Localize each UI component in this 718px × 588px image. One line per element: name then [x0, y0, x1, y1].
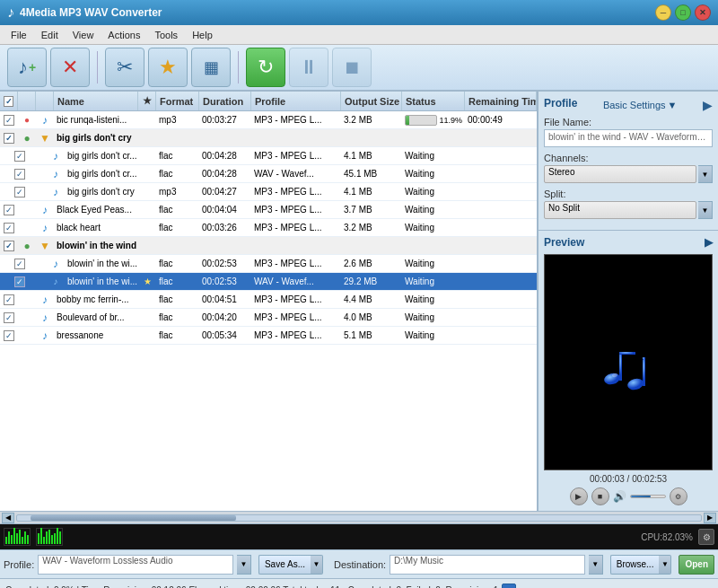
row-star[interactable] [138, 327, 156, 344]
row-type-icon: ♪ [36, 201, 54, 218]
menu-edit[interactable]: Edit [34, 28, 66, 42]
row-checkbox[interactable] [4, 205, 14, 215]
menu-tools[interactable]: Tools [147, 28, 185, 42]
row-star[interactable] [138, 219, 156, 236]
table-row[interactable]: ♪ black heart flac 00:03:26 MP3 - MPEG L… [0, 219, 537, 237]
bottom-area: CPU:82.03% ⚙ Profile: WAV - Waveform Los… [0, 523, 718, 578]
row-star[interactable] [138, 147, 156, 164]
menu-help[interactable]: Help [185, 28, 220, 42]
table-row[interactable]: ♪ blowin' in the wi... flac 00:02:53 MP3… [0, 255, 537, 273]
row-expand-icon[interactable]: ● [18, 129, 36, 146]
volume-slider[interactable] [630, 495, 666, 498]
star-button[interactable]: ★ [148, 48, 188, 87]
row-checkbox[interactable] [4, 330, 14, 341]
row-star[interactable] [138, 183, 156, 200]
menu-file[interactable]: File [4, 28, 34, 42]
basic-settings-link[interactable]: Basic Settings ▼ [603, 100, 678, 110]
table-row[interactable]: ● ♪ bic runqa-listeni... mp3 00:03:27 MP… [0, 111, 537, 129]
header-checkbox[interactable] [0, 92, 18, 110]
row-star[interactable] [138, 111, 156, 128]
pause-button[interactable]: ⏸ [289, 48, 328, 87]
table-row[interactable]: ♪ big girls don't cr... flac 00:04:28 MP… [0, 147, 537, 165]
header-duration[interactable]: Duration [199, 92, 251, 110]
row-star[interactable] [138, 255, 156, 272]
header-name[interactable]: Name [54, 92, 138, 110]
row-checkbox[interactable] [4, 223, 14, 233]
select-all-checkbox[interactable] [4, 96, 13, 107]
row-checkbox[interactable] [14, 151, 25, 162]
destination-bar-input[interactable]: D:\My Music [390, 555, 585, 575]
row-type-icon: ♪ [36, 111, 54, 128]
table-row[interactable]: ♪ big girls don't cr... flac 00:04:28 WA… [0, 165, 537, 183]
open-button[interactable]: Open [679, 555, 714, 575]
destination-dropdown-arrow-btn[interactable]: ▼ [589, 555, 603, 575]
preview-expand-button[interactable]: ▶ [705, 236, 713, 249]
row-type-icon: ♪ [47, 255, 65, 272]
table-row[interactable]: ♪ Boulevard of br... flac 00:04:20 MP3 -… [0, 309, 537, 327]
table-row[interactable]: ♪ bobby mc ferrin-... flac 00:04:51 MP3 … [0, 291, 537, 309]
settings-button[interactable]: ⚙ [670, 487, 687, 505]
minimize-button[interactable]: ─ [655, 4, 671, 21]
row-checkbox[interactable] [14, 169, 25, 180]
row-expand-icon[interactable]: ● [18, 237, 36, 254]
profile-bar-input[interactable]: WAV - Waveform Lossless Audio [38, 555, 233, 575]
row-star[interactable]: ★ [138, 273, 156, 290]
split-select[interactable]: No Split [544, 201, 696, 219]
stop-button-preview[interactable]: ■ [591, 487, 609, 505]
filmstrip-button[interactable]: ▦ [191, 48, 231, 87]
delete-button[interactable]: ✕ [50, 48, 90, 87]
horizontal-scrollbar[interactable]: ◀ ▶ [0, 511, 718, 523]
maximize-button[interactable]: □ [675, 4, 691, 21]
split-dropdown-arrow[interactable]: ▼ [698, 201, 713, 219]
row-star[interactable] [138, 165, 156, 182]
status-info-button[interactable]: ≡ [502, 584, 516, 589]
menu-view[interactable]: View [66, 28, 101, 42]
save-as-dropdown[interactable]: ▼ [311, 555, 323, 575]
cut-button[interactable]: ✂ [105, 48, 144, 87]
row-checkbox[interactable] [4, 241, 14, 251]
row-checkbox[interactable] [4, 312, 14, 323]
save-as-button[interactable]: Save As... [258, 555, 311, 575]
row-checkbox[interactable] [4, 115, 14, 126]
row-star[interactable] [138, 129, 156, 146]
header-status[interactable]: Status [402, 92, 465, 110]
header-output-size[interactable]: Output Size [341, 92, 402, 110]
row-checkbox[interactable] [14, 259, 25, 269]
table-row[interactable]: ♪ bressanone flac 00:05:34 MP3 - MPEG L.… [0, 327, 537, 345]
preview-screen[interactable] [544, 254, 713, 470]
convert-button[interactable]: ↻ [246, 48, 285, 87]
profile-dropdown-arrow-btn[interactable]: ▼ [237, 555, 251, 575]
play-button[interactable]: ▶ [570, 487, 588, 505]
close-button[interactable]: ✕ [695, 4, 711, 21]
add-file-button[interactable]: ♪+ [7, 48, 47, 87]
row-star[interactable] [138, 309, 156, 326]
row-star[interactable] [138, 237, 156, 254]
file-list-body[interactable]: ● ♪ bic runqa-listeni... mp3 00:03:27 MP… [0, 111, 537, 511]
row-checkbox[interactable] [4, 133, 14, 144]
row-remaining [465, 309, 537, 326]
header-format[interactable]: Format [156, 92, 199, 110]
channels-dropdown-arrow[interactable]: ▼ [698, 165, 713, 183]
menu-actions[interactable]: Actions [101, 28, 147, 42]
table-row-selected[interactable]: ♪ blowin' in the wi... ★ flac 00:02:53 W… [0, 273, 537, 291]
cpu-usage: CPU:82.03% [65, 532, 696, 542]
expand-panel-button[interactable]: ▶ [703, 98, 713, 112]
table-row-group[interactable]: ● ▼ big girls don't cry [0, 129, 537, 147]
row-checkbox[interactable] [14, 187, 25, 197]
row-checkbox[interactable] [4, 294, 14, 305]
table-row[interactable]: ♪ Black Eyed Peas... flac 00:04:04 MP3 -… [0, 201, 537, 219]
channels-select[interactable]: Stereo [544, 165, 696, 183]
table-row[interactable]: ♪ big girls don't cry mp3 00:04:27 MP3 -… [0, 183, 537, 201]
table-row-group[interactable]: ● ▼ blowin' in the wind [0, 237, 537, 255]
row-star[interactable] [138, 291, 156, 308]
browse-dropdown[interactable]: ▼ [659, 555, 671, 575]
waveform-settings-button[interactable]: ⚙ [698, 529, 714, 545]
stop-button[interactable]: ⏹ [332, 48, 372, 87]
browse-button[interactable]: Browse... [610, 555, 660, 575]
row-checkbox[interactable] [14, 276, 25, 287]
header-remaining[interactable]: Remaining Time [465, 92, 537, 110]
row-output-size: 5.1 MB [341, 327, 402, 344]
row-name: Boulevard of br... [54, 309, 138, 326]
header-profile[interactable]: Profile [251, 92, 341, 110]
row-star[interactable] [138, 201, 156, 218]
